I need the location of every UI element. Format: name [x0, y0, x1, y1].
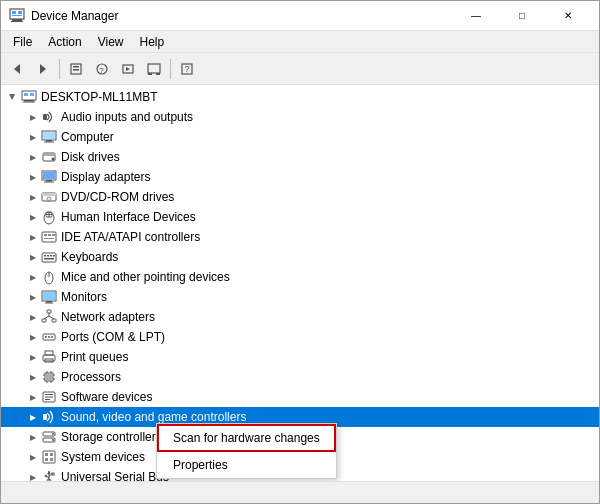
print-icon — [41, 349, 57, 365]
svg-rect-60 — [43, 292, 55, 300]
svg-text:?: ? — [99, 65, 104, 74]
svg-marker-102 — [47, 471, 51, 474]
tree-item-display[interactable]: ▶ Display adapters — [1, 167, 599, 187]
svg-rect-91 — [43, 414, 47, 420]
ide-label: IDE ATA/ATAPI controllers — [61, 230, 200, 244]
software-icon — [41, 389, 57, 405]
enable-button[interactable] — [116, 57, 140, 81]
properties-toolbar-button[interactable] — [64, 57, 88, 81]
tree-item-software[interactable]: ▶ Software devices — [1, 387, 599, 407]
usb-expand: ▶ — [25, 469, 41, 481]
context-properties-item[interactable]: Properties — [157, 452, 336, 478]
svg-point-40 — [49, 199, 50, 200]
audio-icon — [41, 109, 57, 125]
storage-label: Storage controllers — [61, 430, 162, 444]
tree-item-monitors[interactable]: ▶ Monitors — [1, 287, 599, 307]
menu-view[interactable]: View — [90, 33, 132, 51]
main-window: Device Manager — □ ✕ File Action View He… — [0, 0, 600, 504]
forward-button[interactable] — [31, 57, 55, 81]
dvd-label: DVD/CD-ROM drives — [61, 190, 174, 204]
keyboard-icon — [41, 249, 57, 265]
svg-marker-14 — [126, 67, 130, 71]
svg-rect-62 — [45, 303, 53, 304]
context-scan-item[interactable]: Scan for hardware changes — [157, 424, 336, 452]
tree-item-keyboard[interactable]: ▶ Keyboards — [1, 247, 599, 267]
scan-toolbar-button[interactable] — [142, 57, 166, 81]
tree-item-audio[interactable]: ▶ Audio inputs and outputs — [1, 107, 599, 127]
storage-expand: ▶ — [25, 429, 41, 445]
svg-rect-52 — [47, 255, 49, 257]
properties-label: Properties — [173, 458, 228, 472]
menu-file[interactable]: File — [5, 33, 40, 51]
svg-point-94 — [52, 433, 54, 435]
monitors-expand: ▶ — [25, 289, 41, 305]
minimize-button[interactable]: — — [453, 1, 499, 31]
tree-item-processors[interactable]: ▶ Processors — [1, 367, 599, 387]
network-label: Network adapters — [61, 310, 155, 324]
processors-label: Processors — [61, 370, 121, 384]
svg-rect-50 — [42, 253, 56, 262]
tree-item-disk[interactable]: ▶ Disk drives — [1, 147, 599, 167]
tree-root[interactable]: ▶ DESKTOP-ML11MBT — [1, 87, 599, 107]
port-icon — [41, 329, 57, 345]
tree-item-network[interactable]: ▶ Network adapters — [1, 307, 599, 327]
keyboard-expand: ▶ — [25, 249, 41, 265]
svg-rect-88 — [45, 394, 53, 395]
tree-item-mice[interactable]: ▶ Mice and other pointing devices — [1, 267, 599, 287]
svg-rect-65 — [52, 319, 56, 322]
window-icon — [9, 8, 25, 24]
svg-rect-63 — [47, 310, 51, 313]
svg-rect-9 — [73, 66, 79, 68]
svg-rect-25 — [43, 114, 47, 120]
menu-action[interactable]: Action — [40, 33, 89, 51]
processors-expand: ▶ — [25, 369, 41, 385]
update-button[interactable]: ? — [90, 57, 114, 81]
ide-icon — [41, 229, 57, 245]
status-bar — [1, 481, 599, 503]
svg-rect-104 — [52, 473, 54, 475]
svg-rect-55 — [44, 258, 54, 260]
close-button[interactable]: ✕ — [545, 1, 591, 31]
svg-line-67 — [44, 316, 49, 319]
svg-point-95 — [52, 439, 54, 441]
svg-rect-10 — [73, 69, 79, 71]
maximize-button[interactable]: □ — [499, 1, 545, 31]
usb-icon — [41, 469, 57, 481]
svg-rect-22 — [23, 102, 35, 103]
disk-label: Disk drives — [61, 150, 120, 164]
help-toolbar-button[interactable]: ? — [175, 57, 199, 81]
toolbar: ? ? — [1, 53, 599, 85]
svg-rect-1 — [12, 19, 22, 21]
tree-item-dvd[interactable]: ▶ DVD/CD-ROM drives — [1, 187, 599, 207]
tree-item-computer[interactable]: ▶ Computer — [1, 127, 599, 147]
display-icon — [41, 169, 57, 185]
menu-help[interactable]: Help — [132, 33, 173, 51]
hid-icon — [41, 209, 57, 225]
svg-point-72 — [51, 336, 53, 338]
tree-item-ports[interactable]: ▶ Ports (COM & LPT) — [1, 327, 599, 347]
svg-rect-99 — [45, 458, 48, 461]
display-label: Display adapters — [61, 170, 150, 184]
svg-rect-3 — [12, 11, 16, 14]
svg-rect-48 — [52, 234, 55, 236]
svg-rect-2 — [11, 21, 23, 22]
audio-expand: ▶ — [25, 109, 41, 125]
svg-rect-38 — [42, 193, 56, 196]
tree-item-ide[interactable]: ▶ IDE ATA/ATAPI controllers — [1, 227, 599, 247]
mice-expand: ▶ — [25, 269, 41, 285]
network-icon — [41, 309, 57, 325]
computer-label: Computer — [61, 130, 114, 144]
device-tree[interactable]: ▶ DESKTOP-ML11MBT ▶ — [1, 85, 599, 481]
svg-point-70 — [45, 336, 47, 338]
svg-rect-76 — [46, 360, 52, 361]
back-button[interactable] — [5, 57, 29, 81]
tree-item-print[interactable]: ▶ Print queues — [1, 347, 599, 367]
sound-expand: ▶ — [25, 409, 41, 425]
svg-rect-51 — [44, 255, 46, 257]
context-menu: Scan for hardware changes Properties — [156, 423, 337, 479]
svg-rect-53 — [50, 255, 52, 257]
print-expand: ▶ — [25, 349, 41, 365]
svg-point-32 — [52, 158, 55, 161]
svg-rect-49 — [44, 238, 54, 239]
tree-item-hid[interactable]: ▶ Human Interface Devices — [1, 207, 599, 227]
